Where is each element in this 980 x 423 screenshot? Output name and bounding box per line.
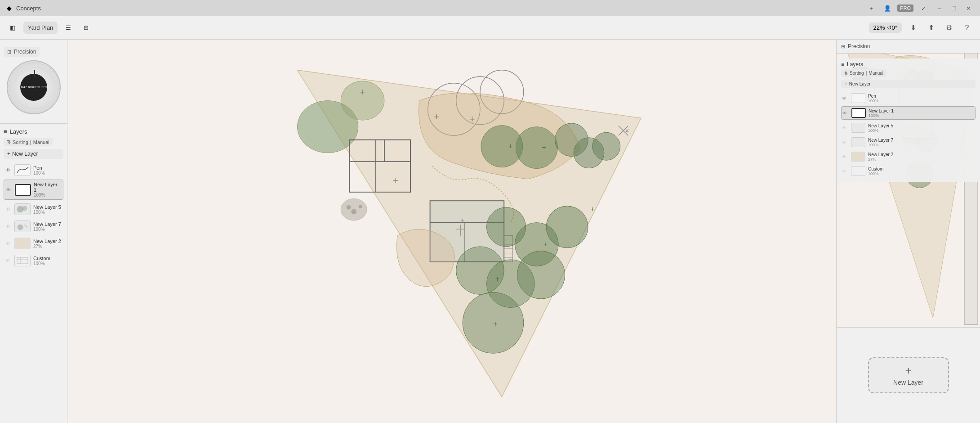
svg-text:+: + [493, 319, 498, 328]
layers-icon: ◧ [10, 24, 15, 31]
layer-info-2: New Layer 2 27% [33, 238, 62, 249]
minimize-button[interactable]: – [933, 2, 946, 14]
right-new-layer-button[interactable]: + New Layer [841, 80, 976, 88]
layer-info-custom: Custom 100% [33, 256, 62, 266]
layer-item-1[interactable]: 👁 New Layer 1 100% [4, 180, 63, 200]
layer-opacity-custom: 100% [33, 261, 62, 266]
list-view-button[interactable]: ☰ [61, 22, 76, 34]
right-layer-eye-pen: 👁 [842, 96, 848, 101]
svg-rect-8 [17, 257, 28, 264]
svg-text:+: + [495, 274, 500, 283]
help-button[interactable]: ? [959, 20, 975, 36]
precision-button[interactable]: ⊞ Precision [4, 47, 40, 57]
layers-toggle-button[interactable]: ◧ [5, 22, 20, 34]
right-layers-label: Layers [847, 61, 863, 68]
layer-item-7[interactable]: 👁 New Layer 7 100% [4, 219, 63, 234]
right-layer-item-5[interactable]: 👁 New Layer 5 100% [841, 122, 976, 134]
sorting-button[interactable]: ⇅ Sorting | Manual [4, 138, 53, 146]
layer-item-2[interactable]: 👁 New Layer 2 27% [4, 236, 63, 251]
right-layer-name-2: New Layer 2 [868, 152, 975, 157]
right-layer-eye-custom: 👁 [842, 169, 848, 174]
svg-text:+: + [393, 175, 398, 186]
layers-header: ≡ Layers [4, 128, 63, 135]
profile-button[interactable]: 👤 [881, 2, 894, 14]
layer-item-pen[interactable]: 👁 Pen 100% [4, 162, 63, 178]
left-sidebar: ⊞ Precision .847 mm [0, 40, 67, 423]
svg-text:+: + [469, 114, 475, 125]
svg-text:+: + [542, 143, 546, 152]
layer-opacity-1: 100% [34, 193, 61, 198]
grid-view-button[interactable]: ⊞ [79, 22, 93, 34]
right-layers-menu-icon: ≡ [841, 61, 844, 68]
right-layer-item-custom[interactable]: 👁 Custom 100% [841, 165, 976, 177]
precision-grid-icon: ⊞ [7, 49, 11, 55]
right-layer-info-pen: Pen 100% [868, 94, 975, 103]
layer-thumb-2 [14, 238, 31, 249]
right-layer-item-2[interactable]: 👁 New Layer 2 27% [841, 150, 976, 163]
right-layer-thumb-7 [851, 137, 865, 147]
layers-menu-icon: ≡ [4, 128, 7, 135]
svg-point-49 [546, 206, 588, 248]
right-precision-grid-icon: ⊞ [841, 44, 845, 50]
right-sorting-button[interactable]: ⇅ Sorting | Manual [841, 69, 886, 77]
new-layer-large-button[interactable]: + New Layer [868, 357, 949, 393]
layer-eye-2: 👁 [5, 241, 12, 246]
layer-info-1: New Layer 1 100% [34, 182, 61, 198]
new-layer-large-icon: + [905, 364, 911, 377]
layer5-thumb-svg [15, 204, 30, 215]
settings-button[interactable]: ⚙ [941, 20, 957, 36]
pro-badge: PRO [897, 4, 913, 12]
right-overlay-precision: ⊞ Precision [837, 40, 980, 54]
right-layer-name-7: New Layer 7 [868, 138, 975, 143]
dial-widget[interactable]: .847 mm 0% 100% [7, 60, 61, 114]
list-icon: ☰ [66, 24, 71, 31]
doc-name-label: Yard Plan [28, 24, 53, 31]
right-layer-item-1[interactable]: 👁 New Layer 1 100% [841, 106, 976, 120]
right-precision-label: Precision [848, 43, 870, 50]
svg-text:+: + [590, 204, 595, 213]
right-layer-item-7[interactable]: 👁 New Layer 7 100% [841, 136, 976, 148]
layer-name-5: New Layer 5 [33, 204, 62, 210]
upload-button[interactable]: ⬆ [923, 20, 939, 36]
titlebar-controls: + 👤 PRO ⤢ [865, 2, 930, 14]
layer-item-5[interactable]: 👁 New Layer 5 100% [4, 202, 63, 217]
canvas-area[interactable]: + + + + + + + [67, 40, 836, 423]
download-button[interactable]: ⬇ [905, 20, 921, 36]
rotation-value: ↺0° [887, 24, 897, 31]
zoom-display[interactable]: 22% ↺0° [869, 22, 902, 33]
layer-opacity-5: 100% [33, 210, 62, 215]
layer-name-7: New Layer 7 [33, 221, 62, 227]
new-layer-large-label: New Layer [893, 379, 923, 386]
sorting-icon: ⇅ [7, 139, 11, 145]
layer-eye-1: 👁 [6, 187, 12, 193]
svg-text:+: + [360, 87, 365, 98]
right-overlay-layers: ≡ Layers ⇅ Sorting | Manual + New Layer … [837, 58, 980, 182]
zoom-value: 22% [873, 24, 885, 31]
svg-point-7 [18, 225, 23, 230]
svg-text:+: + [461, 216, 465, 224]
add-button[interactable]: + [865, 2, 878, 14]
new-layer-label: New Layer [12, 151, 38, 157]
pen-thumb-svg [15, 165, 30, 176]
expand-button[interactable]: ⤢ [917, 2, 930, 14]
right-layer-name-5: New Layer 5 [868, 123, 975, 128]
layer-item-custom[interactable]: 👁 Custom 100% [4, 253, 63, 268]
layer-eye-pen: 👁 [5, 167, 12, 173]
canvas-container: + + + + + + + [67, 40, 836, 423]
toolbar-right: ⬇ ⬆ ⚙ ? [905, 20, 975, 36]
doc-name-button[interactable]: Yard Plan [23, 22, 58, 34]
right-layer-thumb-1 [851, 108, 866, 118]
restore-button[interactable]: ☐ [948, 2, 960, 14]
right-layer-name-1: New Layer 1 [869, 108, 974, 113]
new-layer-button[interactable]: + New Layer [4, 149, 63, 159]
right-layer-item-pen[interactable]: 👁 Pen 100% [841, 92, 976, 104]
layer-eye-custom: 👁 [5, 258, 12, 263]
layer-info-5: New Layer 5 100% [33, 204, 62, 215]
right-layer-thumb-2 [851, 152, 865, 162]
close-button[interactable]: ✕ [962, 2, 975, 14]
precision-area: ⊞ Precision .847 mm [0, 43, 67, 122]
right-panel: .847 mm 0% 100% ⊞ Precision ≡ Layers ⇅ [836, 40, 980, 423]
right-layer-eye-5: 👁 [842, 126, 848, 130]
layers-label: Layers [10, 128, 27, 135]
svg-point-54 [517, 251, 565, 299]
